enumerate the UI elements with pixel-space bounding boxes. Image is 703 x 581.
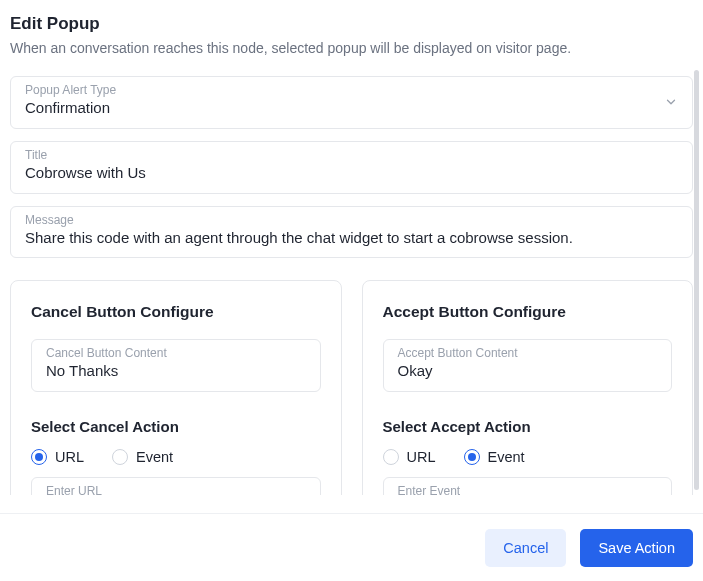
radio-icon bbox=[112, 449, 128, 465]
message-label: Message bbox=[25, 213, 74, 227]
title-field[interactable]: Title Cobrowse with Us bbox=[10, 141, 693, 194]
cancel-url-field[interactable]: Enter URL https://yoursite.com bbox=[31, 477, 321, 495]
popup-type-label: Popup Alert Type bbox=[25, 83, 116, 97]
page-title: Edit Popup bbox=[10, 14, 693, 34]
cancel-url-label: Enter URL bbox=[46, 484, 102, 495]
cancel-action-url-label: URL bbox=[55, 449, 84, 465]
accept-event-field[interactable]: Enter Event startCall::cobrowse bbox=[383, 477, 673, 495]
cancel-button-card: Cancel Button Configure Cancel Button Co… bbox=[10, 280, 342, 495]
message-value: Share this code with an agent through th… bbox=[25, 229, 678, 248]
accept-content-value: Okay bbox=[398, 362, 658, 381]
accept-action-url-radio[interactable]: URL bbox=[383, 449, 436, 465]
cancel-card-title: Cancel Button Configure bbox=[31, 303, 321, 321]
popup-type-value: Confirmation bbox=[25, 99, 678, 118]
chevron-down-icon bbox=[664, 95, 678, 109]
title-value: Cobrowse with Us bbox=[25, 164, 678, 183]
accept-action-heading: Select Accept Action bbox=[383, 418, 673, 435]
scrollbar[interactable] bbox=[694, 70, 699, 490]
cancel-action-url-radio[interactable]: URL bbox=[31, 449, 84, 465]
accept-action-url-label: URL bbox=[407, 449, 436, 465]
accept-content-label: Accept Button Content bbox=[398, 346, 518, 360]
footer: Cancel Save Action bbox=[0, 513, 703, 581]
cancel-button[interactable]: Cancel bbox=[485, 529, 566, 567]
page-description: When an conversation reaches this node, … bbox=[10, 40, 693, 56]
save-action-button[interactable]: Save Action bbox=[580, 529, 693, 567]
cancel-content-value: No Thanks bbox=[46, 362, 306, 381]
radio-icon bbox=[464, 449, 480, 465]
radio-icon bbox=[383, 449, 399, 465]
radio-icon bbox=[31, 449, 47, 465]
accept-event-label: Enter Event bbox=[398, 484, 461, 495]
popup-type-select[interactable]: Popup Alert Type Confirmation bbox=[10, 76, 693, 129]
title-label: Title bbox=[25, 148, 47, 162]
accept-card-title: Accept Button Configure bbox=[383, 303, 673, 321]
accept-action-event-radio[interactable]: Event bbox=[464, 449, 525, 465]
accept-button-card: Accept Button Configure Accept Button Co… bbox=[362, 280, 694, 495]
accept-action-event-label: Event bbox=[488, 449, 525, 465]
cancel-content-field[interactable]: Cancel Button Content No Thanks bbox=[31, 339, 321, 392]
accept-content-field[interactable]: Accept Button Content Okay bbox=[383, 339, 673, 392]
cancel-action-event-radio[interactable]: Event bbox=[112, 449, 173, 465]
cancel-action-heading: Select Cancel Action bbox=[31, 418, 321, 435]
cancel-action-event-label: Event bbox=[136, 449, 173, 465]
cancel-content-label: Cancel Button Content bbox=[46, 346, 167, 360]
message-field[interactable]: Message Share this code with an agent th… bbox=[10, 206, 693, 259]
